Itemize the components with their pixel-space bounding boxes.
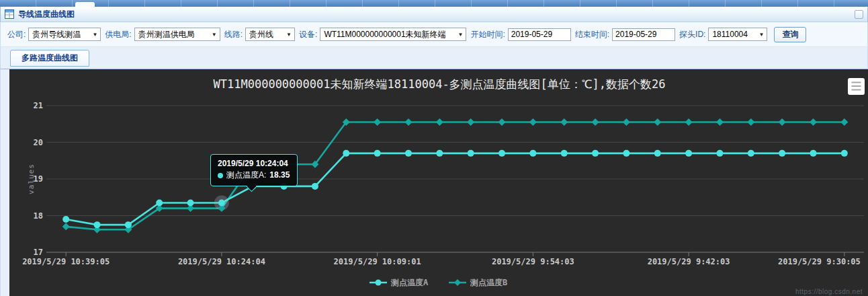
series-line-测点温度B xyxy=(66,122,844,230)
chevron-down-icon: ▼ xyxy=(458,32,463,38)
legend-item-测点温度B[interactable]: 测点温度B xyxy=(449,278,507,287)
data-point[interactable] xyxy=(654,118,661,126)
tab-strip: 多路温度曲线图 xyxy=(0,47,868,69)
company-select[interactable]: 贵州导线测温 ▼ xyxy=(28,28,101,41)
series-points-测点温度A xyxy=(62,150,848,228)
legend-label: 测点温度B xyxy=(470,278,507,287)
x-axis-tick-label: 2019/5/29 10:24:04 xyxy=(178,257,265,266)
series-line-测点温度A xyxy=(66,153,844,225)
tooltip-row: 测点温度A: 18.35 xyxy=(218,170,290,181)
bureau-select[interactable]: 贵州测温供电局 ▼ xyxy=(134,28,220,41)
tab-multi-temperature-curve[interactable]: 多路温度曲线图 xyxy=(10,50,89,67)
data-point[interactable] xyxy=(592,118,599,126)
data-point[interactable] xyxy=(468,150,474,157)
data-point[interactable] xyxy=(374,150,381,157)
y-axis-tick-label: 21 xyxy=(34,101,43,110)
device-label: 设备: xyxy=(299,29,317,40)
device-select[interactable]: WT11M000000000001未知新终端 ▼ xyxy=(320,28,466,41)
data-point[interactable] xyxy=(498,118,506,126)
filter-toolbar: 公司: 贵州导线测温 ▼ 供电局: 贵州测温供电局 ▼ 线路: 贵州线 ▼ 设备… xyxy=(0,22,868,47)
data-point[interactable] xyxy=(62,216,69,223)
data-point[interactable] xyxy=(436,118,443,126)
chart-area: 1718192021values2019/5/29 10:39:052019/5… xyxy=(9,69,868,296)
page-title: 导线温度曲线图 xyxy=(18,9,75,20)
x-axis-tick-label: 2019/5/29 9:54:03 xyxy=(492,257,574,266)
y-axis-tick-label: 20 xyxy=(34,138,43,147)
line-select[interactable]: 贵州线 ▼ xyxy=(245,28,295,41)
data-point[interactable] xyxy=(312,183,318,190)
data-point[interactable] xyxy=(716,118,724,126)
chevron-down-icon: ▼ xyxy=(758,32,764,38)
data-point[interactable] xyxy=(810,150,816,157)
chevron-down-icon: ▼ xyxy=(212,32,217,38)
legend-item-测点温度A[interactable]: 测点温度A xyxy=(370,278,429,287)
x-axis-tick-label: 2019/5/29 9:30:05 xyxy=(778,257,861,266)
y-axis-name: values xyxy=(27,163,36,194)
data-point[interactable] xyxy=(747,118,754,126)
data-point[interactable] xyxy=(623,118,630,126)
data-point[interactable] xyxy=(592,150,599,157)
line-label: 线路: xyxy=(224,29,243,40)
data-point[interactable] xyxy=(343,150,349,157)
data-point[interactable] xyxy=(779,150,785,157)
tooltip-value: 18.35 xyxy=(269,170,290,181)
data-point[interactable] xyxy=(529,118,537,126)
end-time-label: 结束时间: xyxy=(575,29,609,40)
y-axis-tick-label: 17 xyxy=(34,248,43,257)
probe-id-label: 探头ID: xyxy=(679,29,705,40)
data-point[interactable] xyxy=(840,118,848,126)
data-point[interactable] xyxy=(685,118,693,126)
chevron-down-icon: ▼ xyxy=(286,32,292,38)
data-point[interactable] xyxy=(436,150,443,157)
tooltip-series-label: 测点温度A: xyxy=(226,170,266,181)
probe-select[interactable]: 18110004 ▼ xyxy=(708,28,767,41)
panel-gutter xyxy=(0,69,9,296)
data-point[interactable] xyxy=(685,150,692,157)
data-point[interactable] xyxy=(748,150,754,157)
chart-tooltip: 2019/5/29 10:24:04 测点温度A: 18.35 xyxy=(210,154,298,186)
top-menubar xyxy=(0,0,868,7)
tooltip-time: 2019/5/29 10:24:04 xyxy=(218,158,290,170)
x-axis-tick-label: 2019/5/29 10:39:05 xyxy=(22,257,110,266)
data-point[interactable] xyxy=(187,199,194,206)
data-point[interactable] xyxy=(94,221,101,228)
data-point[interactable] xyxy=(623,150,630,157)
query-button[interactable]: 查询 xyxy=(774,27,806,42)
data-point[interactable] xyxy=(404,118,412,126)
x-axis-tick-label: 2019/5/29 9:42:03 xyxy=(648,257,730,266)
start-date-input[interactable] xyxy=(508,28,571,41)
series-points-测点温度B xyxy=(62,118,849,233)
active-menu-indicator xyxy=(75,2,95,7)
data-point[interactable] xyxy=(810,118,817,126)
panel-header: 导线温度曲线图 xyxy=(0,7,868,22)
legend-marker[interactable] xyxy=(454,279,461,286)
data-point[interactable] xyxy=(156,199,163,206)
end-date-input[interactable] xyxy=(612,28,675,41)
data-point[interactable] xyxy=(498,150,505,157)
start-time-label: 开始时间: xyxy=(470,29,505,40)
watermark: https://blog.csdn.net xyxy=(795,288,863,295)
data-point[interactable] xyxy=(125,221,132,228)
company-label: 公司: xyxy=(7,29,26,40)
chart-title: WT11M000000000001未知新终端18110004-多测点温度曲线图[… xyxy=(214,77,666,91)
data-point[interactable] xyxy=(716,150,723,157)
y-axis-tick-label: 18 xyxy=(34,211,43,221)
legend-label: 测点温度A xyxy=(390,278,429,287)
chevron-down-icon: ▼ xyxy=(92,32,97,38)
panel-toggle-icon[interactable] xyxy=(855,10,863,19)
data-point[interactable] xyxy=(218,199,225,206)
chart-toolbox-icon[interactable] xyxy=(848,78,865,95)
data-point[interactable] xyxy=(62,223,70,230)
data-point[interactable] xyxy=(560,118,568,126)
data-point[interactable] xyxy=(779,118,786,126)
data-point[interactable] xyxy=(374,118,381,126)
data-point[interactable] xyxy=(561,150,568,157)
legend-marker[interactable] xyxy=(376,280,382,286)
data-point[interactable] xyxy=(467,118,474,126)
temperature-chart: 1718192021values2019/5/29 10:39:052019/5… xyxy=(9,69,868,296)
data-point[interactable] xyxy=(654,150,661,157)
bureau-label: 供电局: xyxy=(105,29,131,40)
data-point[interactable] xyxy=(405,150,412,157)
data-point[interactable] xyxy=(841,150,848,157)
data-point[interactable] xyxy=(529,150,536,157)
